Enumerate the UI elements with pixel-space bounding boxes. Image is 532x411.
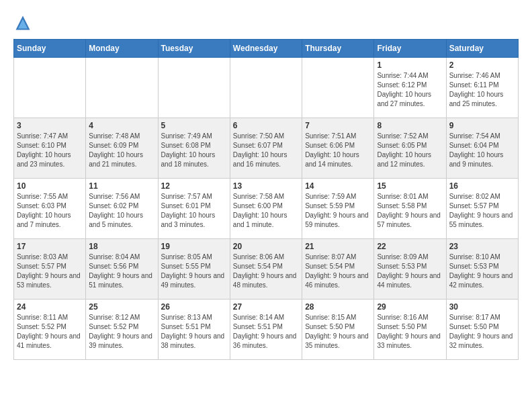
weekday-header-wednesday: Wednesday	[230, 40, 302, 58]
day-number: 7	[305, 121, 371, 130]
calendar-cell: 23Sunrise: 8:10 AMSunset: 5:53 PMDayligh…	[446, 239, 518, 300]
calendar-cell: 12Sunrise: 7:57 AMSunset: 6:01 PMDayligh…	[158, 179, 230, 239]
weekday-header-monday: Monday	[86, 40, 158, 58]
calendar-week-row: 17Sunrise: 8:03 AMSunset: 5:57 PMDayligh…	[14, 239, 519, 300]
calendar-cell: 4Sunrise: 7:48 AMSunset: 6:09 PMDaylight…	[86, 118, 158, 179]
weekday-header-tuesday: Tuesday	[158, 40, 230, 58]
calendar-cell: 17Sunrise: 8:03 AMSunset: 5:57 PMDayligh…	[14, 239, 86, 300]
calendar-cell: 7Sunrise: 7:51 AMSunset: 6:06 PMDaylight…	[302, 118, 374, 179]
calendar-cell: 25Sunrise: 8:12 AMSunset: 5:52 PMDayligh…	[86, 300, 158, 360]
day-number: 13	[233, 181, 299, 191]
day-info: Sunrise: 7:58 AMSunset: 6:00 PMDaylight:…	[233, 192, 299, 230]
day-number: 10	[17, 181, 83, 191]
calendar-cell: 29Sunrise: 8:16 AMSunset: 5:50 PMDayligh…	[374, 300, 446, 360]
calendar-cell: 21Sunrise: 8:07 AMSunset: 5:54 PMDayligh…	[302, 239, 374, 300]
day-info: Sunrise: 8:01 AMSunset: 5:58 PMDaylight:…	[377, 192, 443, 230]
calendar-week-row: 10Sunrise: 7:55 AMSunset: 6:03 PMDayligh…	[14, 179, 519, 239]
day-info: Sunrise: 8:14 AMSunset: 5:51 PMDaylight:…	[233, 313, 299, 351]
weekday-header-sunday: Sunday	[14, 40, 86, 58]
calendar-cell: 3Sunrise: 7:47 AMSunset: 6:10 PMDaylight…	[14, 118, 86, 179]
calendar-cell	[86, 58, 158, 118]
day-info: Sunrise: 8:03 AMSunset: 5:57 PMDaylight:…	[17, 253, 83, 290]
day-number: 18	[89, 242, 154, 251]
day-number: 8	[377, 121, 443, 130]
calendar-cell	[302, 58, 374, 118]
day-number: 26	[161, 302, 227, 312]
day-number: 23	[449, 242, 515, 251]
day-info: Sunrise: 7:52 AMSunset: 6:05 PMDaylight:…	[377, 132, 443, 169]
logo	[13, 13, 35, 32]
calendar-cell: 11Sunrise: 7:56 AMSunset: 6:02 PMDayligh…	[86, 179, 158, 239]
calendar-cell: 13Sunrise: 7:58 AMSunset: 6:00 PMDayligh…	[230, 179, 302, 239]
calendar-table: SundayMondayTuesdayWednesdayThursdayFrid…	[13, 39, 519, 360]
calendar-cell: 26Sunrise: 8:13 AMSunset: 5:51 PMDayligh…	[158, 300, 230, 360]
day-number: 5	[161, 121, 227, 130]
calendar-cell: 30Sunrise: 8:17 AMSunset: 5:50 PMDayligh…	[446, 300, 518, 360]
weekday-header-thursday: Thursday	[302, 40, 374, 58]
calendar-cell: 16Sunrise: 8:02 AMSunset: 5:57 PMDayligh…	[446, 179, 518, 239]
day-info: Sunrise: 8:12 AMSunset: 5:52 PMDaylight:…	[89, 313, 154, 351]
calendar-cell: 10Sunrise: 7:55 AMSunset: 6:03 PMDayligh…	[14, 179, 86, 239]
day-number: 28	[305, 302, 371, 312]
day-info: Sunrise: 7:55 AMSunset: 6:03 PMDaylight:…	[17, 192, 83, 230]
page-header	[13, 13, 519, 32]
calendar-cell: 9Sunrise: 7:54 AMSunset: 6:04 PMDaylight…	[446, 118, 518, 179]
day-number: 9	[449, 121, 515, 130]
day-info: Sunrise: 8:06 AMSunset: 5:54 PMDaylight:…	[233, 253, 299, 290]
calendar-cell: 28Sunrise: 8:15 AMSunset: 5:50 PMDayligh…	[302, 300, 374, 360]
weekday-header-saturday: Saturday	[446, 40, 518, 58]
day-info: Sunrise: 7:57 AMSunset: 6:01 PMDaylight:…	[161, 192, 227, 230]
weekday-header-row: SundayMondayTuesdayWednesdayThursdayFrid…	[14, 40, 519, 58]
day-info: Sunrise: 8:04 AMSunset: 5:56 PMDaylight:…	[89, 253, 154, 290]
day-number: 2	[449, 60, 515, 70]
day-number: 1	[377, 60, 443, 70]
calendar-cell: 22Sunrise: 8:09 AMSunset: 5:53 PMDayligh…	[374, 239, 446, 300]
calendar-week-row: 24Sunrise: 8:11 AMSunset: 5:52 PMDayligh…	[14, 300, 519, 360]
day-info: Sunrise: 8:05 AMSunset: 5:55 PMDaylight:…	[161, 253, 227, 290]
logo-icon	[13, 13, 32, 32]
day-number: 25	[89, 302, 154, 312]
calendar-cell: 27Sunrise: 8:14 AMSunset: 5:51 PMDayligh…	[230, 300, 302, 360]
calendar-cell: 20Sunrise: 8:06 AMSunset: 5:54 PMDayligh…	[230, 239, 302, 300]
calendar-cell: 2Sunrise: 7:46 AMSunset: 6:11 PMDaylight…	[446, 58, 518, 118]
day-number: 29	[377, 302, 443, 312]
day-number: 24	[17, 302, 83, 312]
calendar-cell: 19Sunrise: 8:05 AMSunset: 5:55 PMDayligh…	[158, 239, 230, 300]
day-info: Sunrise: 8:11 AMSunset: 5:52 PMDaylight:…	[17, 313, 83, 351]
day-info: Sunrise: 7:44 AMSunset: 6:12 PMDaylight:…	[377, 71, 443, 109]
day-number: 11	[89, 181, 154, 191]
day-info: Sunrise: 7:54 AMSunset: 6:04 PMDaylight:…	[449, 132, 515, 169]
calendar-cell	[158, 58, 230, 118]
calendar-week-row: 3Sunrise: 7:47 AMSunset: 6:10 PMDaylight…	[14, 118, 519, 179]
calendar-cell: 15Sunrise: 8:01 AMSunset: 5:58 PMDayligh…	[374, 179, 446, 239]
day-number: 22	[377, 242, 443, 251]
day-info: Sunrise: 7:47 AMSunset: 6:10 PMDaylight:…	[17, 132, 83, 169]
calendar-cell: 18Sunrise: 8:04 AMSunset: 5:56 PMDayligh…	[86, 239, 158, 300]
day-number: 17	[17, 242, 83, 251]
calendar-week-row: 1Sunrise: 7:44 AMSunset: 6:12 PMDaylight…	[14, 58, 519, 118]
day-number: 16	[449, 181, 515, 191]
day-number: 20	[233, 242, 299, 251]
calendar-cell	[230, 58, 302, 118]
calendar-cell	[14, 58, 86, 118]
day-number: 15	[377, 181, 443, 191]
day-number: 27	[233, 302, 299, 312]
day-info: Sunrise: 8:10 AMSunset: 5:53 PMDaylight:…	[449, 253, 515, 290]
day-info: Sunrise: 7:46 AMSunset: 6:11 PMDaylight:…	[449, 71, 515, 109]
weekday-header-friday: Friday	[374, 40, 446, 58]
day-info: Sunrise: 8:02 AMSunset: 5:57 PMDaylight:…	[449, 192, 515, 230]
calendar-cell: 14Sunrise: 7:59 AMSunset: 5:59 PMDayligh…	[302, 179, 374, 239]
day-info: Sunrise: 7:51 AMSunset: 6:06 PMDaylight:…	[305, 132, 371, 169]
day-number: 14	[305, 181, 371, 191]
day-info: Sunrise: 7:49 AMSunset: 6:08 PMDaylight:…	[161, 132, 227, 169]
day-number: 21	[305, 242, 371, 251]
day-info: Sunrise: 8:13 AMSunset: 5:51 PMDaylight:…	[161, 313, 227, 351]
calendar-cell: 5Sunrise: 7:49 AMSunset: 6:08 PMDaylight…	[158, 118, 230, 179]
day-info: Sunrise: 7:59 AMSunset: 5:59 PMDaylight:…	[305, 192, 371, 230]
day-info: Sunrise: 7:56 AMSunset: 6:02 PMDaylight:…	[89, 192, 154, 230]
calendar-cell: 1Sunrise: 7:44 AMSunset: 6:12 PMDaylight…	[374, 58, 446, 118]
day-info: Sunrise: 8:16 AMSunset: 5:50 PMDaylight:…	[377, 313, 443, 351]
calendar-body: 1Sunrise: 7:44 AMSunset: 6:12 PMDaylight…	[14, 58, 519, 360]
day-number: 30	[449, 302, 515, 312]
day-info: Sunrise: 7:50 AMSunset: 6:07 PMDaylight:…	[233, 132, 299, 169]
